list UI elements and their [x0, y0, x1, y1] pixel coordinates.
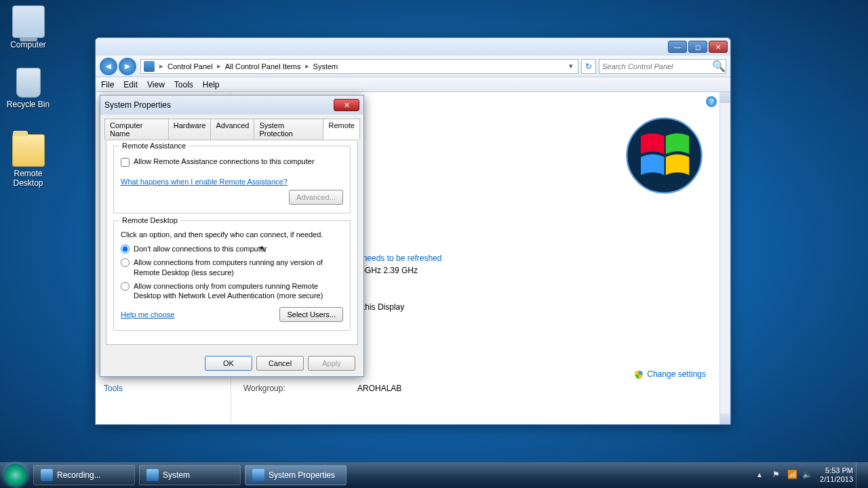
search-box[interactable]: 🔍 — [599, 59, 726, 74]
menu-help[interactable]: Help — [203, 80, 220, 89]
apply-button[interactable]: Apply — [308, 356, 355, 371]
folder-icon — [12, 134, 45, 167]
what-happens-link[interactable]: What happens when I enable Remote Assist… — [121, 178, 288, 186]
search-input[interactable] — [599, 62, 712, 70]
tab-hardware[interactable]: Hardware — [168, 119, 212, 140]
menu-edit[interactable]: Edit — [123, 80, 138, 89]
ra-advanced-button[interactable]: Advanced... — [289, 190, 343, 205]
windows-logo-icon — [625, 117, 703, 195]
time-text: 5:53 PM — [820, 466, 853, 475]
dialog-button-row: OK Cancel Apply — [100, 350, 363, 376]
breadcrumb-item[interactable]: All Control Panel Items — [225, 62, 301, 70]
tab-system-protection[interactable]: System Protection — [254, 119, 323, 140]
clock[interactable]: 5:53 PM 2/11/2013 — [820, 466, 853, 483]
start-orb-icon — [4, 464, 27, 487]
group-title: Remote Assistance — [119, 142, 189, 150]
desktop-icon-label: Recycle Bin — [3, 100, 54, 109]
shield-icon — [634, 370, 644, 380]
radio-label: Don't allow connections to this computer — [134, 244, 267, 253]
desktop-icon-computer[interactable]: Computer — [3, 5, 54, 49]
group-remote-desktop: Remote Desktop Click an option, and then… — [113, 220, 351, 331]
select-users-button[interactable]: Select Users... — [279, 307, 343, 322]
taskbar-item-system[interactable]: System — [139, 465, 241, 485]
system-properties-dialog: System Properties ✕ Computer Name Hardwa… — [100, 95, 364, 377]
rd-option-nla[interactable] — [121, 282, 130, 291]
control-panel-icon — [144, 61, 155, 72]
group-title: Remote Desktop — [119, 216, 180, 224]
window-titlebar[interactable]: — ◻ ✕ — [96, 38, 730, 56]
minimize-button[interactable]: — — [668, 41, 687, 53]
group-remote-assistance: Remote Assistance Allow Remote Assistanc… — [113, 146, 351, 214]
desktop-icon-label: Computer — [3, 40, 54, 49]
help-me-choose-link[interactable]: Help me choose — [121, 310, 175, 319]
cancel-button[interactable]: Cancel — [256, 356, 304, 371]
network-icon[interactable]: 📶 — [787, 470, 798, 481]
tab-advanced[interactable]: Advanced — [210, 119, 254, 140]
rd-option-any-version[interactable] — [121, 258, 130, 267]
nav-back-button[interactable]: ◄ — [100, 58, 117, 75]
search-icon[interactable]: 🔍 — [712, 60, 726, 73]
menu-bar: File Edit View Tools Help — [96, 77, 730, 92]
menu-view[interactable]: View — [147, 80, 165, 89]
breadcrumb-item[interactable]: Control Panel — [167, 62, 213, 70]
taskbar-item-label: System — [163, 470, 190, 480]
sidebar-tools-heading: Tools — [104, 384, 222, 393]
app-icon — [41, 469, 53, 481]
taskbar-item-label: System Properties — [269, 470, 335, 480]
radio-label: Allow connections from computers running… — [134, 258, 343, 277]
date-text: 2/11/2013 — [820, 475, 853, 484]
maximize-button[interactable]: ◻ — [688, 41, 707, 53]
breadcrumb-item[interactable]: System — [313, 62, 338, 70]
radio-label: Allow connections only from computers ru… — [134, 281, 343, 301]
flag-icon[interactable]: ⚑ — [772, 470, 783, 481]
show-desktop-button[interactable] — [856, 462, 864, 488]
system-tray: ▴ ⚑ 📶 🔈 5:53 PM 2/11/2013 — [757, 462, 868, 488]
tray-up-icon[interactable]: ▴ — [757, 470, 768, 481]
checkbox-label: Allow Remote Assistance connections to t… — [134, 157, 315, 165]
taskbar-item-label: Recording... — [57, 470, 101, 480]
taskbar: Recording... System System Properties ▴ … — [0, 462, 868, 488]
desktop-icon-label: Remote Desktop — [3, 169, 54, 188]
recycle-bin-icon — [16, 68, 41, 98]
change-settings-link[interactable]: Change settings — [634, 369, 706, 380]
menu-file[interactable]: File — [101, 80, 114, 89]
start-button[interactable] — [0, 462, 31, 488]
breadcrumb[interactable]: ▸ Control Panel ▸ All Control Panel Item… — [140, 59, 578, 74]
menu-tools[interactable]: Tools — [174, 80, 193, 89]
svg-point-0 — [627, 118, 701, 192]
nav-forward-button[interactable]: ► — [119, 58, 136, 75]
scrollbar-vertical[interactable] — [719, 92, 730, 424]
workgroup-value: AROHALAB — [357, 384, 401, 393]
close-button[interactable]: ✕ — [709, 41, 728, 53]
chevron-down-icon[interactable]: ▾ — [569, 62, 573, 70]
tab-strip: Computer Name Hardware Advanced System P… — [100, 115, 363, 140]
allow-remote-assistance-checkbox[interactable] — [121, 158, 130, 167]
refresh-button[interactable]: ↻ — [581, 59, 596, 74]
tab-remote[interactable]: Remote — [323, 119, 360, 140]
app-icon — [146, 469, 159, 481]
ok-button[interactable]: OK — [205, 356, 252, 371]
tab-panel-remote: Remote Assistance Allow Remote Assistanc… — [106, 140, 358, 345]
workgroup-label: Workgroup: — [243, 384, 357, 393]
dialog-close-button[interactable]: ✕ — [334, 99, 359, 111]
nav-row: ◄ ► ▸ Control Panel ▸ All Control Panel … — [96, 56, 730, 77]
desktop-icon-remote-desktop[interactable]: Remote Desktop — [3, 134, 54, 188]
rd-option-dont-allow[interactable] — [121, 245, 130, 253]
dialog-title: System Properties — [104, 100, 171, 110]
app-icon — [252, 469, 264, 481]
taskbar-item-recording[interactable]: Recording... — [33, 465, 135, 485]
tab-computer-name[interactable]: Computer Name — [104, 119, 169, 140]
desktop-icon-recycle-bin[interactable]: Recycle Bin — [3, 68, 54, 109]
dialog-titlebar[interactable]: System Properties ✕ — [100, 96, 363, 115]
computer-icon — [12, 5, 45, 38]
rd-prompt: Click an option, and then specify who ca… — [121, 230, 343, 239]
taskbar-item-system-properties[interactable]: System Properties — [245, 465, 347, 485]
volume-icon[interactable]: 🔈 — [802, 470, 813, 481]
